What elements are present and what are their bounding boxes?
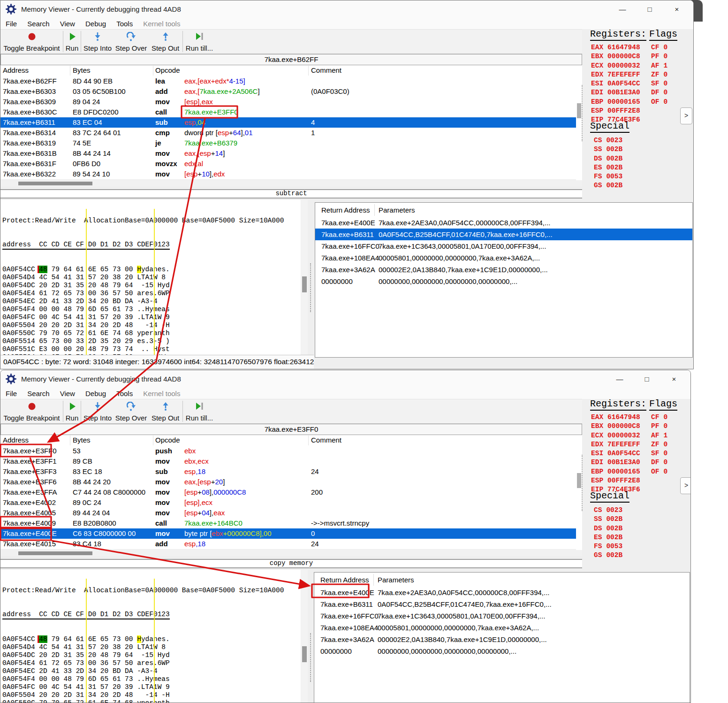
menu-search[interactable]: Search [22,389,55,398]
memory-row[interactable]: 0A0F54D4 4C 54 41 31 57 20 38 20 LTA1W 8 [2,274,301,282]
disasm-row[interactable]: 7kaa.exe+E400EC6 83 C8000000 00movbyte p… [0,528,582,539]
col-return-address[interactable]: Return Address [320,576,369,584]
hscroll-thumb[interactable] [18,551,92,555]
menu-kernel-tools[interactable]: Kernel tools [138,389,185,398]
memory-row[interactable]: 0A0F54D4 4C 54 41 31 57 20 38 20 LTA1W 8 [2,643,301,651]
maximize-button[interactable]: □ [636,0,663,18]
disasm-hscrollbar[interactable] [0,180,582,186]
stack-row[interactable]: 7kaa.exe+E400E7kaa.exe+2AE3A0,0A0F54CC,0… [314,587,690,598]
disasm-row[interactable]: 7kaa.exe+B62FF8D 44 90 EBleaeax,[eax+edx… [0,76,582,86]
menu-file[interactable]: File [0,389,22,398]
stack-row[interactable]: 7kaa.exe+3A62A000002E2,0A13B840,7kaa.exe… [314,634,690,645]
expand-registers-button[interactable]: > [680,107,692,124]
step-over-button[interactable]: Step Over [114,399,148,423]
expand-registers-button[interactable]: > [680,477,691,494]
registers-splitter[interactable] [582,85,583,141]
step-over-button[interactable]: Step Over [114,30,148,53]
disasm-row[interactable]: 7kaa.exe+B631183 EC 04subesp,044 [0,117,582,128]
menu-kernel-tools[interactable]: Kernel tools [138,19,185,28]
step-out-button[interactable]: Step Out [148,399,182,423]
memory-row[interactable]: 0A0F551C E3 00 00 20 48 79 73 74 .. Hyst [2,345,301,353]
col-parameters[interactable]: Parameters [378,576,414,584]
stack-row[interactable]: 7kaa.exe+16FFC07kaa.exe+1C3643,00005801,… [314,610,690,622]
memory-vscrollbar[interactable] [301,570,308,703]
stack-row[interactable]: 7kaa.exe+B63110A0F54CC,B25B4CFF,01C474E0… [315,229,692,240]
memory-row[interactable]: 0A0F54CC 48 79 64 61 6E 65 73 00 Hydanes… [2,635,301,643]
col-opcode[interactable]: Opcode [155,436,180,444]
menu-tools[interactable]: Tools [111,19,138,28]
disasm-row[interactable]: 7kaa.exe+B632289 54 24 10mov[esp+10],edx [0,169,582,179]
disasm-row[interactable]: 7kaa.exe+B631F0FB6 D0movzxedx,al [0,159,582,169]
memory-row[interactable]: 0A0F54E4 61 72 65 73 00 36 57 50 ares.6W… [2,659,301,667]
step-out-button[interactable]: Step Out [148,30,182,53]
step-into-button[interactable]: Step Into [81,30,114,53]
disasm-row[interactable]: 7kaa.exe+E3FF053pushebx [0,446,582,456]
disasm-row[interactable]: 7kaa.exe+E3FF189 CBmovebx,ecx [0,456,582,466]
vscroll-thumb[interactable] [577,473,581,488]
disasm-row[interactable]: 7kaa.exe+E400289 0C 24mov[esp],ecx [0,497,582,508]
toggle-breakpoint-button[interactable]: Toggle Breakpoint [0,399,63,423]
col-return-address[interactable]: Return Address [321,206,370,214]
close-button[interactable]: × [660,370,688,388]
menu-debug[interactable]: Debug [80,389,111,398]
memory-vscrollbar[interactable] [301,200,308,355]
close-button[interactable]: × [663,0,690,18]
stack-row[interactable]: 7kaa.exe+16FFC07kaa.exe+1C3643,00005801,… [315,240,692,252]
memory-row[interactable]: 0A0F54DC 20 2D 31 35 20 48 79 64 -15 Hyd [2,651,301,659]
maximize-button[interactable]: □ [633,370,660,388]
stack-row[interactable]: 7kaa.exe+B63110A0F54CC,B25B4CFF,01C474E0… [314,598,690,610]
col-bytes[interactable]: Bytes [73,436,91,444]
memory-hex-view[interactable]: Protect:Read/Write AllocationBase=0A0000… [0,570,301,703]
disasm-row[interactable]: 7kaa.exe+B630989 04 24mov[esp],eax [0,97,582,107]
col-address[interactable]: Address [3,436,29,444]
stack-row[interactable]: 0000000000000000,00000000,00000000,00000… [314,645,690,657]
col-parameters[interactable]: Parameters [379,206,415,214]
run-button[interactable]: Run [63,399,81,423]
menu-debug[interactable]: Debug [80,19,111,28]
title-bar[interactable]: Memory Viewer - Currently debugging thre… [0,370,690,388]
memory-row[interactable]: 0A0F54EC 2D 41 33 2D 34 20 BD DA -A3-4 [2,667,301,675]
disasm-row[interactable]: 7kaa.exe+E400589 44 24 04mov[esp+04],eax [0,508,582,518]
disasm-row[interactable]: 7kaa.exe+B630CE8 DFDC0200call7kaa.exe+E3… [0,107,582,117]
vscroll-thumb[interactable] [577,103,581,118]
disasm-row[interactable]: 7kaa.exe+E3FF68B 44 24 20moveax,[esp+20] [0,477,582,487]
memory-row[interactable]: 0A0F54FC 00 4C 54 41 31 57 20 39 .LTA1W … [2,683,301,691]
stack-row[interactable]: 7kaa.exe+E400E7kaa.exe+2AE3A0,0A0F54CC,0… [315,217,692,229]
splitter-handle[interactable] [310,263,311,312]
memory-row[interactable]: 0A0F550C 79 70 65 72 61 6E 74 68 yperant… [2,699,301,703]
stack-row[interactable]: 7kaa.exe+108EA400005801,00000000,0000000… [315,252,692,264]
title-bar[interactable]: Memory Viewer - Currently debugging thre… [0,0,693,18]
run-till-button[interactable]: Run till... [183,30,216,53]
disasm-row[interactable]: 7kaa.exe+E3FF383 EC 18subesp,1824 [0,466,582,477]
memory-row[interactable]: 0A0F54F4 00 00 48 79 6D 65 61 73 ..Hymea… [2,675,301,683]
memory-row[interactable]: 0A0F550C 79 70 65 72 61 6E 74 68 yperant… [2,329,301,337]
disasm-row[interactable]: 7kaa.exe+B631483 7C 24 64 01cmpdword ptr… [0,128,582,138]
splitter-handle[interactable] [310,633,311,682]
disasm-row[interactable]: 7kaa.exe+B630303 05 6C50B100addeax,[7kaa… [0,86,582,97]
disasm-row[interactable]: 7kaa.exe+B631B8B 44 24 14moveax,[esp+14] [0,148,582,159]
stack-row[interactable]: 7kaa.exe+3A62A000002E2,0A13B840,7kaa.exe… [315,264,692,275]
menu-tools[interactable]: Tools [111,389,138,398]
memory-row[interactable]: 0A0F54EC 2D 41 33 2D 34 20 BD DA -A3-4 [2,298,301,306]
col-comment[interactable]: Comment [311,66,341,74]
run-till-button[interactable]: Run till... [183,399,216,423]
disasm-row[interactable]: 7kaa.exe+B631974 5Eje7kaa.exe+B6379 [0,138,582,148]
stack-row[interactable]: 0000000000000000,00000000,00000000,00000… [315,275,692,287]
menu-search[interactable]: Search [22,19,55,28]
disasm-row[interactable]: 7kaa.exe+E4009E8 B20B0800call7kaa.exe+16… [0,518,582,528]
memory-row[interactable]: 0A0F54F4 00 00 48 79 6D 65 61 73 ..Hymea… [2,306,301,313]
col-address[interactable]: Address [3,66,29,74]
col-comment[interactable]: Comment [311,436,341,444]
memory-row[interactable]: 0A0F54CC 48 79 64 61 6E 65 73 00 Hydanes… [2,266,301,274]
memory-row[interactable]: 0A0F54FC 00 4C 54 41 31 57 20 39 .LTA1W … [2,313,301,321]
memory-row[interactable]: 0A0F54E4 61 72 65 73 00 36 57 50 ares.6W… [2,290,301,298]
memory-row[interactable]: 0A0F5504 20 20 2D 31 34 20 2D 48 -14 -H [2,691,301,699]
menu-view[interactable]: View [55,389,80,398]
memory-row[interactable]: 0A0F5504 20 20 2D 31 34 20 2D 48 -14 -H [2,321,301,329]
memory-scroll-thumb[interactable] [302,276,307,292]
disasm-row[interactable]: 7kaa.exe+E401583 C4 18addesp,1824 [0,539,582,549]
menu-file[interactable]: File [0,19,22,28]
step-into-button[interactable]: Step Into [81,399,114,423]
stack-row[interactable]: 7kaa.exe+108EA400005801,00000000,0000000… [314,622,690,634]
memory-row[interactable]: 0A0F5514 65 73 00 33 2D 35 20 29 es.3-5 … [2,337,301,345]
